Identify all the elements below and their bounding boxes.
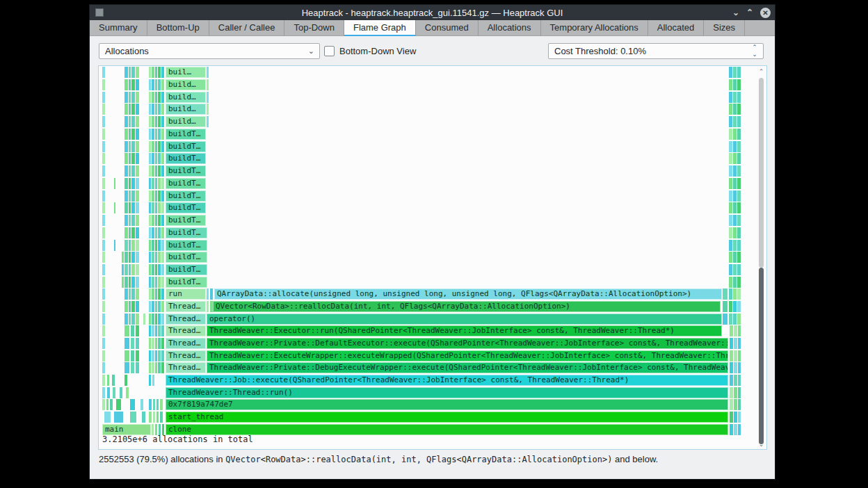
- flame-segment[interactable]: [149, 375, 151, 386]
- flame-segment[interactable]: [149, 277, 151, 288]
- flame-segment[interactable]: [161, 141, 164, 152]
- flame-segment[interactable]: [729, 288, 732, 300]
- flame-segment[interactable]: [149, 190, 151, 202]
- flame-segment[interactable]: [161, 325, 164, 336]
- flame-segment[interactable]: [158, 104, 161, 115]
- flame-segment[interactable]: [158, 314, 161, 325]
- flame-bar[interactable]: ThreadWeaver::Private::DebugExecuteWrapp…: [207, 362, 728, 373]
- flame-segment[interactable]: [161, 129, 164, 140]
- flame-segment[interactable]: [102, 301, 105, 312]
- flame-segment[interactable]: [738, 424, 741, 435]
- flame-bar[interactable]: buildT…: [166, 215, 206, 226]
- flame-segment[interactable]: [158, 79, 161, 90]
- flame-segment[interactable]: [104, 412, 111, 423]
- flame-segment[interactable]: [124, 153, 128, 164]
- flame-segment[interactable]: [737, 79, 741, 90]
- flame-segment[interactable]: [136, 264, 139, 275]
- flame-segment[interactable]: [124, 375, 127, 386]
- flame-segment[interactable]: [161, 240, 164, 251]
- flame-segment[interactable]: [131, 362, 134, 373]
- scroll-down-icon[interactable]: ⌄: [757, 440, 766, 448]
- flame-segment[interactable]: [733, 129, 737, 140]
- bottom-down-checkbox-label[interactable]: Bottom-Down View: [339, 43, 416, 59]
- flame-segment[interactable]: [136, 325, 139, 336]
- flame-segment[interactable]: [124, 288, 128, 300]
- flame-segment[interactable]: [152, 252, 154, 263]
- flame-segment[interactable]: [733, 314, 737, 325]
- flame-segment[interactable]: [129, 67, 131, 78]
- flame-bar[interactable]: build…: [166, 79, 206, 90]
- flame-segment[interactable]: [207, 116, 209, 127]
- flame-segment[interactable]: [207, 104, 209, 115]
- flame-segment[interactable]: [161, 104, 164, 115]
- flame-segment[interactable]: [729, 301, 732, 312]
- flame-segment[interactable]: [152, 129, 154, 140]
- flame-segment[interactable]: [734, 325, 737, 336]
- flame-segment[interactable]: [102, 129, 105, 140]
- flame-segment[interactable]: [207, 67, 209, 78]
- flame-segment[interactable]: [155, 202, 157, 213]
- flame-segment[interactable]: [122, 252, 124, 263]
- flame-segment[interactable]: [207, 288, 209, 300]
- flame-segment[interactable]: [153, 399, 155, 410]
- flame-segment[interactable]: [155, 129, 157, 140]
- flame-segment[interactable]: [152, 79, 154, 90]
- flame-segment[interactable]: [733, 227, 737, 238]
- flame-segment[interactable]: [155, 92, 157, 103]
- flame-segment[interactable]: [124, 116, 128, 127]
- flame-bar[interactable]: buildT…: [166, 129, 206, 140]
- flame-segment[interactable]: [149, 399, 152, 410]
- flame-segment[interactable]: [737, 215, 741, 226]
- flame-segment[interactable]: [738, 350, 741, 361]
- flame-bar[interactable]: Thread…: [166, 338, 206, 349]
- flame-segment[interactable]: [162, 424, 164, 435]
- flame-segment[interactable]: [161, 338, 164, 349]
- flame-segment[interactable]: [152, 264, 154, 275]
- flame-segment[interactable]: [149, 325, 151, 336]
- flame-segment[interactable]: [733, 116, 737, 127]
- flame-segment[interactable]: [102, 325, 105, 336]
- flame-segment[interactable]: [129, 92, 131, 103]
- flame-segment[interactable]: [152, 178, 154, 189]
- flame-bar[interactable]: buildT…: [166, 240, 207, 251]
- flame-segment[interactable]: [733, 288, 737, 300]
- flame-segment[interactable]: [124, 104, 128, 115]
- flame-segment[interactable]: [129, 240, 131, 251]
- flame-segment[interactable]: [114, 412, 123, 423]
- flame-segment[interactable]: [142, 412, 145, 423]
- flame-bar[interactable]: start_thread: [166, 412, 728, 423]
- flame-bar[interactable]: ThreadWeaver::Thread::run(): [166, 387, 728, 398]
- flame-segment[interactable]: [737, 129, 741, 140]
- flame-segment[interactable]: [737, 190, 741, 202]
- flame-segment[interactable]: [124, 79, 128, 90]
- flame-segment[interactable]: [124, 350, 129, 361]
- flame-segment[interactable]: [738, 375, 741, 386]
- flame-segment[interactable]: [131, 252, 135, 263]
- flame-segment[interactable]: [124, 178, 128, 189]
- flame-segment[interactable]: [158, 252, 161, 263]
- flame-segment[interactable]: [153, 412, 155, 423]
- flame-segment[interactable]: [161, 277, 164, 288]
- flame-segment[interactable]: [149, 240, 151, 251]
- flame-bar[interactable]: ThreadWeaver::ExecuteWrapper::executeWra…: [207, 350, 728, 361]
- flame-segment[interactable]: [161, 67, 164, 78]
- flame-segment[interactable]: [124, 141, 128, 152]
- flame-segment[interactable]: [207, 79, 209, 90]
- flame-segment[interactable]: [130, 399, 135, 410]
- flame-bar[interactable]: buildT…: [166, 227, 207, 238]
- flame-segment[interactable]: [131, 153, 135, 164]
- flame-segment[interactable]: [129, 141, 131, 152]
- flame-segment[interactable]: [136, 67, 139, 78]
- flame-segment[interactable]: [730, 412, 733, 423]
- tab-temporary-allocations[interactable]: Temporary Allocations: [541, 20, 648, 36]
- flame-segment[interactable]: [734, 399, 737, 410]
- flame-segment[interactable]: [155, 67, 157, 78]
- flame-segment[interactable]: [733, 104, 737, 115]
- flame-segment[interactable]: [729, 264, 732, 275]
- tab-summary[interactable]: Summary: [90, 20, 147, 36]
- tab-consumed[interactable]: Consumed: [416, 20, 479, 36]
- flame-bar[interactable]: Thread…: [166, 301, 206, 312]
- flame-segment[interactable]: [136, 240, 139, 251]
- tab-bottom-up[interactable]: Bottom-Up: [147, 20, 209, 36]
- flame-segment[interactable]: [158, 141, 161, 152]
